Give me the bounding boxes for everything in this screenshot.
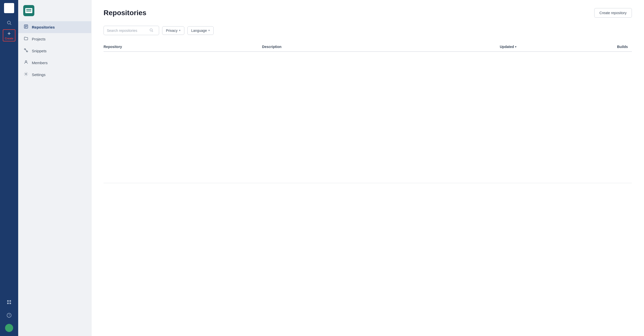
svg-line-4 — [10, 24, 11, 25]
sidebar-item-members[interactable]: Members — [18, 57, 91, 69]
sidebar-item-projects[interactable]: Projects — [18, 33, 91, 45]
privacy-filter[interactable]: Privacy ▾ — [162, 26, 184, 35]
svg-line-21 — [152, 31, 153, 32]
svg-rect-5 — [7, 300, 9, 302]
help-icon[interactable]: ? — [5, 311, 14, 320]
filters-row: Privacy ▾ Language ▾ — [104, 26, 632, 35]
plus-icon: + — [8, 31, 11, 36]
search-input[interactable] — [107, 29, 147, 33]
search-icon[interactable] — [5, 18, 14, 27]
search-box — [104, 26, 159, 35]
column-header-repository: Repository — [104, 42, 262, 52]
sidebar-logo-area — [18, 5, 91, 21]
svg-point-3 — [7, 21, 10, 24]
snippets-icon — [23, 48, 29, 54]
language-chevron-icon: ▾ — [208, 29, 210, 32]
privacy-label: Privacy — [166, 29, 178, 33]
settings-label: Settings — [32, 73, 45, 77]
svg-rect-2 — [7, 9, 11, 10]
icon-rail: + Create ? — [0, 0, 18, 336]
main-header: Repositories Create repository — [104, 8, 632, 18]
grid-icon[interactable] — [5, 298, 14, 307]
search-submit-icon[interactable] — [149, 28, 153, 33]
svg-line-17 — [25, 49, 27, 52]
page-title: Repositories — [104, 9, 146, 17]
repositories-table: Repository Description Updated ▾ Builds — [104, 42, 632, 178]
sidebar: Repositories Projects Snippets — [18, 0, 91, 336]
sidebar-nav: Repositories Projects Snippets — [18, 21, 91, 81]
avatar[interactable] — [5, 324, 13, 332]
sidebar-item-repositories[interactable]: Repositories — [18, 21, 91, 33]
projects-icon — [23, 36, 29, 42]
svg-rect-0 — [7, 6, 11, 7]
svg-rect-8 — [10, 303, 11, 304]
column-header-description: Description — [262, 42, 500, 52]
create-button-rail[interactable]: + Create — [3, 29, 15, 41]
svg-point-18 — [25, 61, 27, 62]
column-header-builds: Builds — [579, 42, 632, 52]
svg-rect-6 — [10, 300, 11, 302]
sidebar-logo-image — [23, 5, 34, 16]
sort-icon: ▾ — [515, 45, 516, 49]
snippets-label: Snippets — [32, 49, 46, 53]
svg-point-19 — [26, 74, 27, 75]
sidebar-item-settings[interactable]: Settings — [18, 69, 91, 81]
privacy-chevron-icon: ▾ — [179, 29, 181, 32]
create-label: Create — [5, 37, 13, 40]
members-label: Members — [32, 61, 48, 65]
sidebar-item-snippets[interactable]: Snippets — [18, 45, 91, 57]
projects-label: Projects — [32, 37, 45, 41]
main-content: Repositories Create repository Privacy ▾… — [91, 0, 644, 336]
repositories-icon — [23, 24, 29, 30]
empty-table-area — [104, 52, 632, 178]
svg-text:?: ? — [9, 314, 10, 317]
svg-point-20 — [150, 29, 152, 31]
members-icon — [23, 60, 29, 66]
footer-divider — [104, 183, 632, 183]
svg-rect-1 — [7, 8, 10, 8]
rail-logo[interactable] — [4, 3, 14, 13]
language-label: Language — [191, 29, 207, 33]
repositories-label: Repositories — [32, 25, 55, 29]
create-repository-button[interactable]: Create repository — [594, 8, 632, 18]
column-header-updated[interactable]: Updated ▾ — [500, 42, 579, 52]
svg-rect-7 — [7, 303, 9, 304]
language-filter[interactable]: Language ▾ — [187, 26, 214, 35]
settings-icon — [23, 72, 29, 78]
